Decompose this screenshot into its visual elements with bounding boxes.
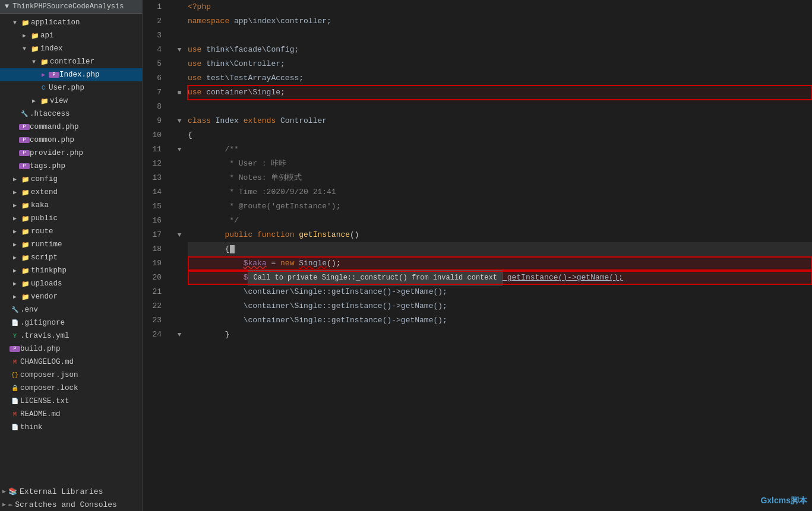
- tree-item-vendor[interactable]: ▶ 📁 vendor: [0, 290, 142, 303]
- namespace-value: app\index\controller;: [229, 14, 331, 28]
- container-call-1: \container\Single::getInstance()->getNam…: [244, 285, 447, 299]
- tree-label: .htaccess: [30, 110, 142, 118]
- tree-label: extend: [31, 188, 142, 196]
- line-num-12: 12: [143, 157, 166, 171]
- container-call-2: \container\Single::getInstance()->getNam…: [244, 299, 447, 313]
- line-num-23: 23: [143, 313, 166, 328]
- external-libraries-item[interactable]: ▶ 📚 External Libraries: [0, 485, 142, 498]
- tree-item-composer-lock[interactable]: 🔒 composer.lock: [0, 382, 142, 395]
- gutter-4: ▼: [173, 43, 185, 57]
- expand-arrow-icon: ▶: [10, 280, 20, 287]
- tree-item-controller[interactable]: ▼ 📁 controller: [0, 55, 142, 68]
- tree-item-changelog[interactable]: M CHANGELOG.md: [0, 356, 142, 369]
- code-line-9: class Index extends Controller: [188, 114, 812, 128]
- brace-open: {: [188, 128, 192, 142]
- sidebar: ▼ ThinkPHPSourceCodeAnalysis ▼ 📁 applica…: [0, 0, 143, 511]
- tree-item-script[interactable]: ▶ 📁 script: [0, 251, 142, 264]
- tree-item-build[interactable]: P build.php: [0, 342, 142, 356]
- expand-icon: ▶: [2, 488, 6, 495]
- folder-icon: 📁: [20, 293, 31, 301]
- tooltip-link[interactable]: getInstance()->getName();: [503, 271, 623, 285]
- project-title-bar: ▼ ThinkPHPSourceCodeAnalysis: [0, 0, 142, 14]
- tree-item-index[interactable]: ▼ 📁 index: [0, 42, 142, 55]
- gutter-22: [173, 299, 185, 313]
- gutter-8: [173, 100, 185, 114]
- php-file-icon: P: [19, 150, 30, 156]
- tree-label: LICENSE.txt: [20, 397, 142, 405]
- folder-icon: 📁: [20, 19, 31, 27]
- php-file-icon: P: [10, 346, 20, 352]
- tree-item-gitignore[interactable]: 📄 .gitignore: [0, 316, 142, 329]
- tree-item-provider[interactable]: P provider.php: [0, 147, 142, 160]
- tree-label: api: [40, 31, 142, 40]
- tree-item-view[interactable]: ▶ 📁 view: [0, 94, 142, 107]
- tree-item-htaccess[interactable]: 🔧 .htaccess: [0, 107, 142, 120]
- tree-item-application[interactable]: ▼ 📁 application: [0, 16, 142, 29]
- gutter-13: [173, 171, 185, 185]
- tree-item-uploads[interactable]: ▶ 📁 uploads: [0, 277, 142, 290]
- tree-item-route[interactable]: ▶ 📁 route: [0, 225, 142, 238]
- code-line-12: * User : 咔咔: [188, 157, 812, 171]
- var-kaka: $kaka: [244, 256, 267, 271]
- tree-item-index-php[interactable]: ▶ P Index.php: [0, 68, 142, 81]
- expand-arrow-icon: ▶: [10, 202, 20, 209]
- tree-label: User.php: [49, 84, 142, 92]
- gutter-20: [173, 271, 185, 285]
- code-line-3: [188, 28, 812, 43]
- tree-label: uploads: [31, 280, 142, 288]
- tree-item-tags[interactable]: P tags.php: [0, 160, 142, 173]
- comment-route: * @route('getInstance');: [188, 199, 340, 214]
- tree-item-license[interactable]: 📄 LICENSE.txt: [0, 395, 142, 408]
- gutter-24: ▼: [173, 328, 185, 342]
- tree-item-travis[interactable]: Y .travis.yml: [0, 329, 142, 342]
- line-num-19: 19: [143, 256, 166, 271]
- file-php-icon: ▶: [38, 71, 49, 78]
- use-controller: think\Controller;: [201, 57, 285, 71]
- kw-use: use: [188, 57, 201, 71]
- tree-item-thinkphp[interactable]: ▶ 📁 thinkphp: [0, 264, 142, 277]
- indent: [188, 285, 244, 299]
- tree-item-user-php[interactable]: C User.php: [0, 81, 142, 94]
- gutter-21: [173, 285, 185, 299]
- tree-label: common.php: [30, 136, 142, 144]
- file-icon: 📄: [10, 319, 20, 326]
- tree-item-command[interactable]: P command.php: [0, 120, 142, 134]
- cursor-indicator: [230, 245, 235, 253]
- expand-icon: ▶: [2, 501, 6, 508]
- line-num-4: 4: [143, 43, 166, 57]
- php-file-badge: P: [49, 72, 59, 78]
- line-num-24: 24: [143, 328, 166, 342]
- comment-user: * User : 咔咔: [188, 157, 286, 171]
- expand-arrow-icon: ▼: [10, 20, 20, 26]
- class-single-name: Single: [299, 256, 327, 271]
- expand-arrow-icon: ▶: [10, 189, 20, 196]
- tree-item-common[interactable]: P common.php: [0, 134, 142, 147]
- gutter-15: [173, 199, 185, 214]
- code-line-20: $ Call to private Single::_construct() f…: [188, 271, 812, 285]
- gutter-17: ▼: [173, 228, 185, 242]
- tree-item-api[interactable]: ▶ 📁 api: [0, 29, 142, 42]
- indent: [188, 271, 244, 285]
- tree-label: index: [40, 45, 142, 53]
- gutter-14: [173, 185, 185, 199]
- tree-item-think[interactable]: 📄 think: [0, 421, 142, 434]
- tree-item-config[interactable]: ▶ 📁 config: [0, 173, 142, 186]
- tree-item-runtime[interactable]: ▶ 📁 runtime: [0, 238, 142, 251]
- scratches-consoles-item[interactable]: ▶ ✏️ Scratches and Consoles: [0, 498, 142, 511]
- line-num-5: 5: [143, 57, 166, 71]
- tree-item-kaka[interactable]: ▶ 📁 kaka: [0, 199, 142, 212]
- tree-label: composer.json: [20, 371, 142, 379]
- kw-function: function: [252, 228, 294, 242]
- tree-label: public: [31, 214, 142, 223]
- tree-item-composer-json[interactable]: {} composer.json: [0, 369, 142, 382]
- code-text-area[interactable]: <?php namespace app\index\controller; us…: [185, 0, 812, 511]
- tree-item-public[interactable]: ▶ 📁 public: [0, 212, 142, 225]
- folder-icon: 📁: [20, 267, 31, 275]
- tree-item-extend[interactable]: ▶ 📁 extend: [0, 186, 142, 199]
- line-num-15: 15: [143, 199, 166, 214]
- md-file-icon: M: [10, 359, 20, 366]
- kw-extends: extends: [244, 114, 276, 128]
- tree-item-env[interactable]: 🔧 .env: [0, 303, 142, 316]
- var-dollar: $: [244, 271, 248, 285]
- tree-item-readme[interactable]: M README.md: [0, 408, 142, 421]
